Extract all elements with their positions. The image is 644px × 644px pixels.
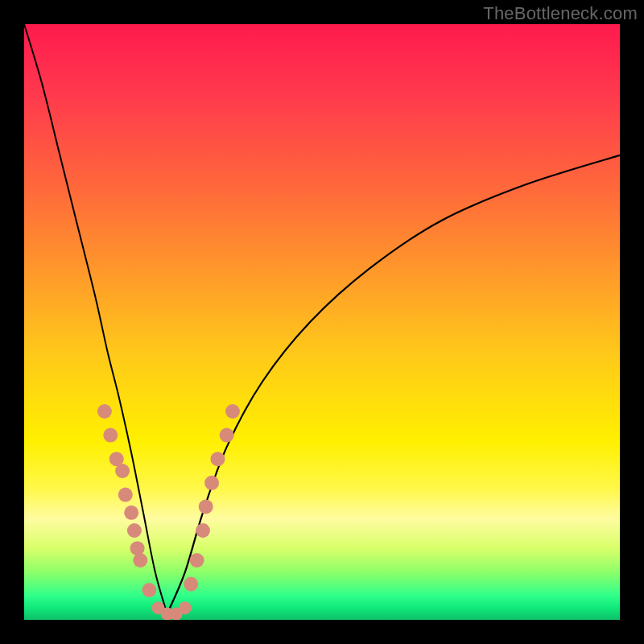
- left-branch-curve: [24, 24, 167, 614]
- plot-area: [24, 24, 620, 620]
- scatter-dot: [211, 452, 225, 466]
- scatter-dot: [184, 577, 198, 592]
- right-branch-curve: [167, 155, 620, 614]
- scatter-dot: [97, 404, 112, 419]
- scatter-dot: [103, 428, 118, 443]
- chart-frame: TheBottleneck.com: [0, 0, 644, 644]
- scatter-dot: [190, 553, 204, 568]
- watermark-text: TheBottleneck.com: [483, 3, 638, 24]
- curve-layer: [24, 24, 620, 620]
- scatter-dot: [142, 583, 156, 597]
- scatter-dot: [220, 428, 234, 443]
- scatter-dot: [115, 464, 130, 478]
- scatter-dot: [118, 488, 133, 502]
- scatter-dot: [196, 523, 210, 538]
- scatter-dots: [97, 404, 240, 620]
- scatter-dot: [204, 476, 219, 490]
- scatter-dot: [124, 506, 138, 520]
- scatter-dot: [199, 499, 213, 514]
- scatter-dot: [133, 553, 147, 568]
- scatter-dot: [179, 601, 192, 614]
- scatter-dot: [127, 523, 142, 538]
- scatter-dot: [225, 404, 240, 419]
